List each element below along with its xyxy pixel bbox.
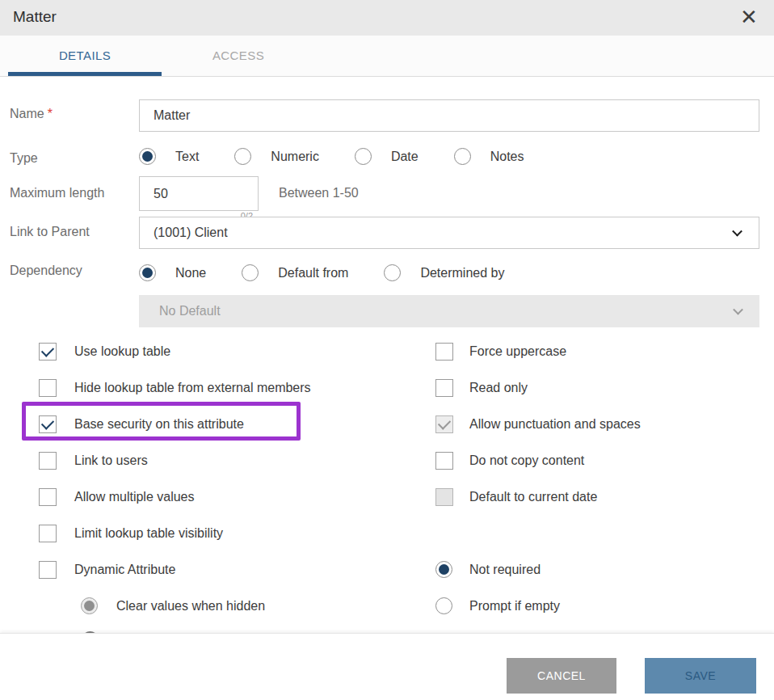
- checkbox-hide-lookup-table-label[interactable]: Hide lookup table from external members: [74, 381, 311, 395]
- checkbox-link-to-users-label[interactable]: Link to users: [74, 453, 148, 468]
- checkbox-allow-multiple-values[interactable]: [39, 488, 57, 506]
- checkbox-allow-multiple-values-label[interactable]: Allow multiple values: [74, 490, 195, 504]
- max-length-input[interactable]: 50: [139, 176, 259, 211]
- radio-type-numeric[interactable]: [234, 148, 251, 165]
- max-length-label: Maximum length: [10, 186, 104, 200]
- name-input[interactable]: Matter: [139, 99, 759, 132]
- checkbox-allow-punctuation: [435, 415, 453, 433]
- link-to-parent-label: Link to Parent: [10, 225, 90, 239]
- checkbox-force-uppercase-label[interactable]: Force uppercase: [469, 344, 566, 359]
- checkbox-limit-lookup-visibility[interactable]: [39, 525, 57, 542]
- radio-dependency-default-from[interactable]: [242, 264, 259, 281]
- tab-access[interactable]: ACCESS: [162, 36, 315, 76]
- dependency-label: Dependency: [10, 264, 82, 278]
- dialog-titlebar: Matter ✕: [0, 0, 774, 36]
- active-tab-underline: [8, 72, 162, 76]
- radio-type-numeric-label[interactable]: Numeric: [271, 150, 319, 164]
- dialog-body: Name* Matter Type Text Numeric Date Note…: [0, 78, 774, 633]
- radio-type-text-label[interactable]: Text: [175, 150, 199, 164]
- radio-not-required[interactable]: [435, 561, 452, 578]
- radio-dependency-none[interactable]: [139, 264, 156, 281]
- radio-prompt-if-empty[interactable]: [435, 597, 452, 614]
- chevron-down-icon: [733, 305, 743, 315]
- tab-details[interactable]: DETAILS: [8, 36, 162, 76]
- checkbox-do-not-copy-content-label[interactable]: Do not copy content: [469, 453, 584, 468]
- close-icon[interactable]: ✕: [735, 3, 763, 31]
- checkbox-default-current-date-label: Default to current date: [469, 490, 597, 504]
- name-input-value: Matter: [154, 108, 190, 123]
- name-label: Name*: [10, 107, 53, 121]
- link-to-parent-value: (1001) Client: [154, 226, 228, 240]
- save-button[interactable]: SAVE: [645, 658, 756, 694]
- checkbox-base-security-label[interactable]: Base security on this attribute: [74, 417, 244, 432]
- tab-access-label: ACCESS: [212, 48, 264, 62]
- matter-dialog: Matter ✕ DETAILS ACCESS Name* Matter Typ…: [0, 0, 774, 700]
- radio-type-text[interactable]: [139, 148, 156, 165]
- radio-clear-values-when-hidden: [81, 597, 98, 614]
- dependency-radio-group: None Default from Determined by: [139, 264, 540, 281]
- default-value-select: No Default: [139, 295, 759, 327]
- checkbox-dynamic-attribute-label[interactable]: Dynamic Attribute: [74, 563, 175, 577]
- radio-type-notes[interactable]: [454, 148, 471, 165]
- checkbox-allow-punctuation-label: Allow punctuation and spaces: [469, 417, 641, 432]
- radio-dependency-determined-by[interactable]: [384, 264, 401, 281]
- checkbox-do-not-copy-content[interactable]: [435, 452, 453, 470]
- max-length-hint: Between 1-50: [279, 186, 359, 200]
- tab-details-label: DETAILS: [59, 48, 111, 62]
- dialog-footer: CANCEL SAVE: [0, 633, 774, 700]
- max-length-value: 50: [154, 187, 168, 201]
- checkbox-use-lookup-table-label[interactable]: Use lookup table: [74, 344, 170, 359]
- radio-dependency-default-from-label[interactable]: Default from: [278, 266, 348, 280]
- tab-bar: DETAILS ACCESS: [0, 36, 774, 77]
- checkbox-link-to-users[interactable]: [39, 452, 57, 470]
- radio-prompt-if-empty-label[interactable]: Prompt if empty: [469, 599, 560, 614]
- checkbox-limit-lookup-visibility-label[interactable]: Limit lookup table visibility: [74, 526, 223, 541]
- chevron-down-icon: [732, 226, 742, 237]
- radio-clear-values-when-hidden-label: Clear values when hidden: [116, 599, 265, 614]
- radio-type-date[interactable]: [355, 148, 372, 165]
- cancel-button[interactable]: CANCEL: [507, 658, 616, 694]
- required-asterisk: *: [48, 107, 53, 120]
- checkbox-force-uppercase[interactable]: [435, 343, 453, 361]
- type-radio-group: Text Numeric Date Notes: [139, 148, 560, 165]
- type-label: Type: [10, 151, 38, 166]
- checkbox-hide-lookup-table[interactable]: [39, 379, 57, 397]
- radio-not-required-label[interactable]: Not required: [469, 563, 541, 577]
- radio-type-notes-label[interactable]: Notes: [490, 150, 524, 164]
- default-value-text: No Default: [159, 304, 221, 318]
- radio-dependency-determined-by-label[interactable]: Determined by: [420, 266, 504, 280]
- radio-type-date-label[interactable]: Date: [391, 150, 419, 164]
- checkbox-read-only-label[interactable]: Read only: [469, 381, 528, 395]
- link-to-parent-select[interactable]: (1001) Client: [139, 217, 759, 249]
- checkbox-dynamic-attribute[interactable]: [39, 561, 57, 579]
- radio-dependency-none-label[interactable]: None: [175, 266, 206, 280]
- checkbox-default-current-date: [435, 488, 453, 506]
- checkbox-read-only[interactable]: [435, 379, 453, 397]
- checkbox-base-security[interactable]: [39, 415, 57, 433]
- dialog-title: Matter: [13, 8, 57, 26]
- checkbox-use-lookup-table[interactable]: [39, 343, 57, 361]
